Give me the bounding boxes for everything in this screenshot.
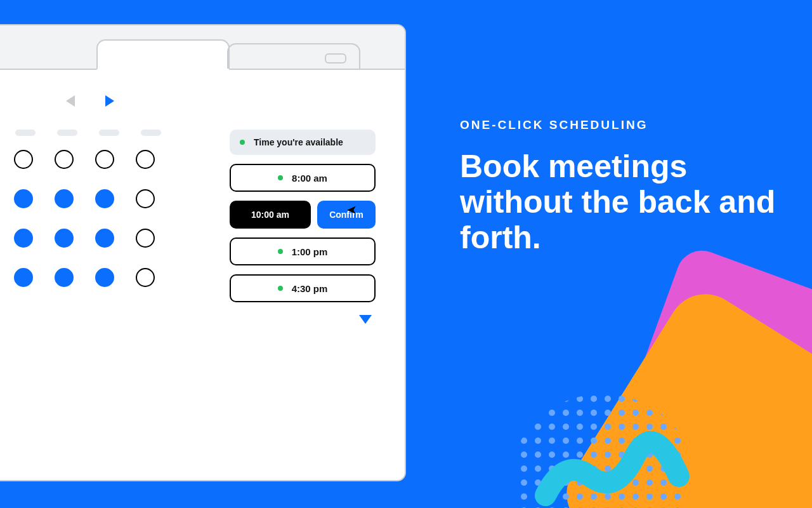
browser-tab-bar bbox=[0, 25, 405, 70]
calendar-day-unavailable[interactable] bbox=[95, 150, 114, 169]
available-dot-icon bbox=[278, 286, 283, 291]
time-slot-label: 1:00 pm bbox=[292, 246, 328, 257]
calendar bbox=[0, 95, 198, 480]
decor-squiggle bbox=[533, 381, 698, 508]
time-slot[interactable]: 4:30 pm bbox=[230, 274, 376, 302]
availability-legend: Time you're available bbox=[230, 130, 376, 155]
calendar-day-unavailable[interactable] bbox=[55, 150, 74, 169]
decor-pink-shape bbox=[630, 243, 812, 455]
browser-tab-inactive[interactable] bbox=[227, 43, 360, 69]
calendar-day-unavailable[interactable] bbox=[136, 268, 155, 287]
calendar-day-available[interactable] bbox=[95, 268, 114, 287]
weekday-placeholder bbox=[15, 130, 36, 136]
calendar-day-available[interactable] bbox=[95, 229, 114, 248]
svg-point-1 bbox=[520, 394, 685, 508]
calendar-day-available[interactable] bbox=[55, 189, 74, 208]
calendar-day-available[interactable] bbox=[14, 268, 33, 287]
time-slot-panel: Time you're available 8:00 am10:00 amCon… bbox=[230, 130, 376, 480]
calendar-day-available[interactable] bbox=[14, 189, 33, 208]
calendar-next-icon[interactable] bbox=[105, 95, 114, 107]
calendar-day-available[interactable] bbox=[55, 268, 74, 287]
copy-headline: Book meetings without the back and forth… bbox=[460, 149, 777, 255]
weekday-placeholder bbox=[57, 130, 77, 136]
availability-legend-label: Time you're available bbox=[254, 137, 343, 147]
calendar-day-available[interactable] bbox=[14, 229, 33, 248]
calendar-day-unavailable[interactable] bbox=[136, 150, 155, 169]
time-slot-selected[interactable]: 10:00 am bbox=[230, 201, 311, 229]
marketing-copy: ONE-CLICK SCHEDULING Book meetings witho… bbox=[460, 118, 777, 255]
calendar-weekday-row bbox=[0, 130, 198, 136]
copy-eyebrow: ONE-CLICK SCHEDULING bbox=[460, 118, 777, 132]
available-dot-icon bbox=[240, 140, 245, 145]
calendar-day-unavailable[interactable] bbox=[14, 150, 33, 169]
browser-tab-active[interactable] bbox=[96, 39, 230, 70]
decor-orange-shape bbox=[553, 280, 812, 508]
cursor-icon: ➤ bbox=[346, 202, 357, 217]
weekday-placeholder bbox=[99, 130, 119, 136]
more-times-icon[interactable] bbox=[359, 315, 372, 324]
time-slot[interactable]: 8:00 am bbox=[230, 164, 376, 192]
time-slot-label: 8:00 am bbox=[292, 173, 327, 184]
available-dot-icon bbox=[278, 175, 283, 180]
calendar-day-available[interactable] bbox=[55, 229, 74, 248]
calendar-day-unavailable[interactable] bbox=[136, 229, 155, 248]
time-slot-label: 4:30 pm bbox=[292, 283, 328, 294]
calendar-day-available[interactable] bbox=[95, 189, 114, 208]
weekday-placeholder bbox=[141, 130, 161, 136]
available-dot-icon bbox=[278, 249, 283, 254]
time-slot[interactable]: 1:00 pm bbox=[230, 237, 376, 265]
calendar-prev-icon[interactable] bbox=[66, 95, 75, 107]
decor-dots bbox=[520, 381, 685, 508]
calendar-day-unavailable[interactable] bbox=[136, 189, 155, 208]
browser-window: Time you're available 8:00 am10:00 amCon… bbox=[0, 24, 406, 481]
